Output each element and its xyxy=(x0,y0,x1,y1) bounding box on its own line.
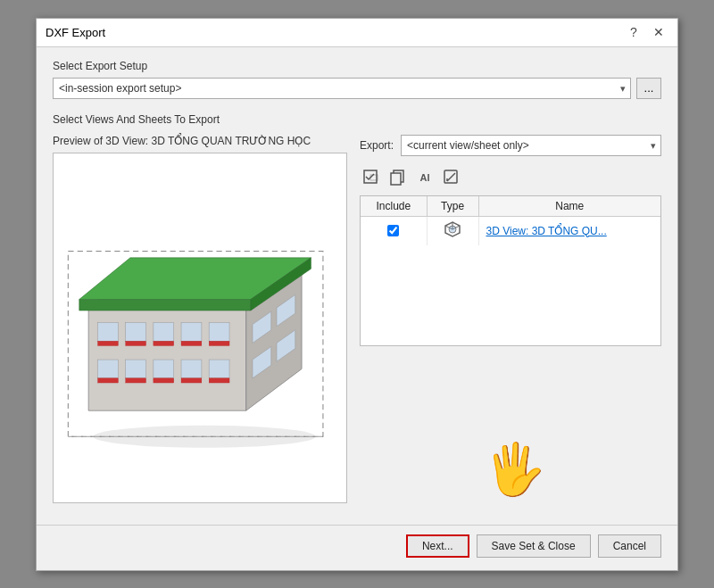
help-button[interactable]: ? xyxy=(624,22,643,42)
export-setup-select-wrapper: <in-session export setup> xyxy=(53,78,631,99)
next-button[interactable]: Next... xyxy=(406,534,469,558)
toolbar-edit-button[interactable] xyxy=(440,167,463,188)
svg-marker-4 xyxy=(79,300,251,311)
export-setup-row: <in-session export setup> ... xyxy=(53,78,661,99)
svg-rect-23 xyxy=(126,378,146,383)
svg-rect-21 xyxy=(209,360,229,378)
save-set-close-button[interactable]: Save Set & Close xyxy=(477,534,591,558)
svg-rect-24 xyxy=(154,378,174,383)
cursor-area: 🖐️ xyxy=(360,353,661,503)
views-content: Preview of 3D View: 3D TỔNG QUAN TRƯỜNG … xyxy=(53,135,661,503)
dxf-export-dialog: DXF Export ? ✕ Select Export Setup <in-s… xyxy=(36,18,678,571)
close-button[interactable]: ✕ xyxy=(649,22,668,42)
export-dropdown-row: Export: <current view/sheet only> xyxy=(360,135,661,156)
export-label: Export: xyxy=(360,139,394,152)
title-bar: DXF Export ? ✕ xyxy=(37,19,677,47)
view-name-cell[interactable]: 3D View: 3D TỔNG QU... xyxy=(478,216,660,245)
checkbox-wrapper xyxy=(368,225,419,236)
preview-label: Preview of 3D View: 3D TỔNG QUAN TRƯỜNG … xyxy=(53,135,347,147)
views-section-label: Select Views And Sheets To Export xyxy=(53,113,661,126)
title-bar-left: DXF Export xyxy=(46,26,105,39)
table-row: 3D View: 3D TỔNG QU... xyxy=(361,216,660,245)
views-table-container: Include Type Name xyxy=(360,195,661,347)
preview-box xyxy=(53,153,347,503)
title-bar-right: ? ✕ xyxy=(624,22,668,42)
svg-rect-26 xyxy=(209,378,229,383)
svg-rect-22 xyxy=(98,378,119,383)
hand-cursor-icon: 🖐️ xyxy=(484,444,546,494)
right-pane: Export: <current view/sheet only> xyxy=(360,135,661,503)
include-cell xyxy=(361,216,427,245)
export-setup-dots-button[interactable]: ... xyxy=(636,78,661,99)
svg-rect-19 xyxy=(154,360,174,378)
svg-rect-8 xyxy=(126,323,146,342)
preview-pane: Preview of 3D View: 3D TỔNG QUAN TRƯỜNG … xyxy=(53,135,347,503)
svg-rect-36 xyxy=(391,173,401,185)
svg-rect-20 xyxy=(181,360,202,378)
toolbar-check-all-button[interactable] xyxy=(360,167,383,188)
edit-icon xyxy=(444,170,460,186)
svg-rect-16 xyxy=(209,342,229,346)
svg-rect-10 xyxy=(181,323,202,342)
toolbar-icons: AI xyxy=(360,167,661,188)
dialog-body: Select Export Setup <in-session export s… xyxy=(37,47,677,516)
ai-label: AI xyxy=(420,172,430,183)
svg-rect-14 xyxy=(154,342,174,346)
3d-box-icon xyxy=(444,226,461,241)
bottom-bar: Next... Save Set & Close Cancel xyxy=(37,525,677,570)
export-select-wrapper: <current view/sheet only> xyxy=(401,135,661,156)
svg-rect-9 xyxy=(154,323,174,342)
svg-rect-17 xyxy=(98,360,119,378)
include-checkbox[interactable] xyxy=(387,225,399,236)
svg-rect-18 xyxy=(126,360,146,378)
building-preview-svg xyxy=(61,161,339,493)
type-cell xyxy=(427,216,478,245)
svg-rect-13 xyxy=(126,342,146,346)
svg-rect-25 xyxy=(181,378,202,383)
check-all-icon xyxy=(363,170,379,186)
dialog-title: DXF Export xyxy=(46,26,105,39)
export-setup-label: Select Export Setup xyxy=(53,60,661,72)
copy-icon xyxy=(390,170,406,186)
toolbar-copy-button[interactable] xyxy=(386,167,410,188)
svg-line-38 xyxy=(447,173,455,181)
svg-rect-11 xyxy=(209,323,229,342)
export-select[interactable]: <current view/sheet only> xyxy=(401,135,661,156)
svg-point-44 xyxy=(449,226,456,233)
col-type: Type xyxy=(427,196,478,217)
views-table: Include Type Name xyxy=(361,196,660,245)
svg-rect-7 xyxy=(98,323,119,342)
cancel-button[interactable]: Cancel xyxy=(598,534,661,558)
svg-rect-12 xyxy=(98,342,119,346)
col-include: Include xyxy=(361,196,427,217)
export-setup-select[interactable]: <in-session export setup> xyxy=(53,78,631,99)
col-name: Name xyxy=(478,196,660,217)
toolbar-ai-button[interactable]: AI xyxy=(413,167,436,188)
svg-rect-15 xyxy=(181,342,202,346)
